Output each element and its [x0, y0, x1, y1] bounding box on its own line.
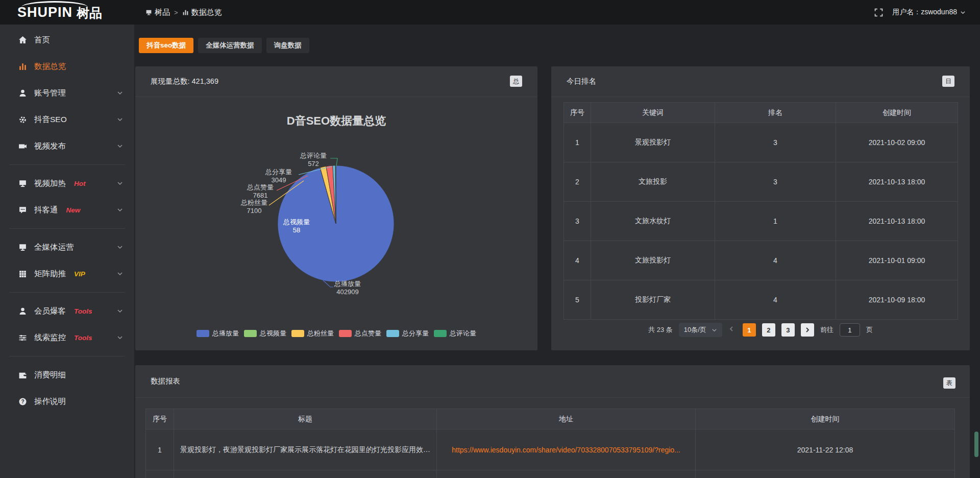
col-title: 标题	[174, 409, 437, 429]
table-row: 3文旅水纹灯12021-10-13 18:00	[564, 202, 958, 241]
sidebar-divider	[9, 228, 125, 229]
col-created: 创建时间	[836, 103, 958, 123]
chart-legend: 总播放量总视频量总粉丝量总点赞量总分享量总评论量	[135, 329, 537, 338]
logo-arc	[21, 1, 88, 7]
table-row: 1景观投影灯32021-10-02 09:00	[564, 123, 958, 162]
legend-label: 总评论量	[450, 329, 476, 338]
chevron-down-icon	[960, 10, 966, 15]
sidebar-item-sliders[interactable]: 线索监控Tools	[0, 324, 134, 351]
sidebar-item-video[interactable]: 视频发布	[0, 133, 134, 159]
chevron-left-icon	[728, 326, 734, 332]
fullscreen-icon[interactable]	[874, 8, 883, 17]
pie-chart	[135, 66, 537, 350]
legend-item-总点赞量[interactable]: 总点赞量	[339, 329, 381, 338]
tab-inquiry[interactable]: 询盘数据	[266, 38, 309, 53]
legend-item-总分享量[interactable]: 总分享量	[386, 329, 429, 338]
table-cell: https://www.iesdouyin.com/share/video/70…	[437, 429, 696, 470]
table-cell	[174, 470, 437, 478]
ranking-panel-header: 今日排名	[551, 66, 970, 97]
page-button-1[interactable]: 1	[743, 323, 756, 337]
page-button-2[interactable]: 2	[762, 323, 775, 337]
sidebar-item-badge: VIP	[74, 270, 85, 278]
sidebar-divider	[9, 292, 125, 293]
chat-icon	[18, 206, 27, 214]
chevron-down-icon	[117, 207, 123, 213]
grid-icon	[18, 270, 27, 278]
breadcrumb-item-home[interactable]: 树品	[145, 8, 170, 17]
pagination-total: 共 23 条	[648, 325, 673, 334]
sidebar-item-label: 矩阵助推	[34, 269, 66, 279]
page-button-3[interactable]: 3	[781, 323, 795, 337]
data-report-panel: 数据报表 表 序号 标题 地址 创建时间 1景观投影灯，夜游景观投影灯厂家展示展…	[135, 365, 970, 478]
bar-chart-icon	[182, 9, 189, 16]
next-page-button[interactable]	[801, 323, 814, 337]
table-cell: 5	[564, 280, 591, 320]
legend-swatch	[244, 330, 257, 337]
table-cell: 3	[715, 162, 836, 202]
report-table: 序号 标题 地址 创建时间 1景观投影灯，夜游景观投影灯厂家展示展示落花灯在花园…	[145, 409, 955, 478]
sidebar-item-grid[interactable]: 矩阵助推VIP	[0, 260, 134, 287]
scrollbar-thumb[interactable]	[974, 432, 978, 457]
sidebar-item-screen[interactable]: 视频加热Hot	[0, 170, 134, 197]
legend-item-总评论量[interactable]: 总评论量	[434, 329, 476, 338]
table-cell: 1	[715, 202, 836, 241]
legend-item-总播放量[interactable]: 总播放量	[197, 329, 239, 338]
pie-label-shares: 总分享量 3049	[255, 168, 302, 184]
home-icon	[18, 36, 27, 44]
legend-swatch	[291, 330, 304, 337]
col-index: 序号	[564, 103, 591, 123]
table-row: 5投影灯厂家42021-10-09 18:00	[564, 280, 958, 320]
sidebar-item-badge: Tools	[74, 307, 92, 315]
sidebar-item-help[interactable]: ?操作说明	[0, 388, 134, 415]
sidebar-item-wallet[interactable]: 消费明细	[0, 362, 134, 388]
day-badge-button[interactable]: 日	[942, 76, 954, 87]
logo-text-en: SHUPIN	[17, 6, 72, 19]
table-row	[146, 470, 955, 478]
person-icon	[18, 307, 27, 316]
page-size-select[interactable]: 10条/页	[679, 323, 722, 337]
table-cell: 1	[146, 429, 174, 470]
today-ranking-panel: 今日排名 日 序号 关键词 排名 创建时间 1景观投影灯32021-10-02 …	[551, 66, 970, 350]
sidebar-item-label: 数据总览	[34, 61, 66, 72]
chevron-down-icon	[712, 327, 717, 333]
legend-label: 总播放量	[212, 329, 239, 338]
video-link[interactable]: https://www.iesdouyin.com/share/video/70…	[452, 446, 680, 454]
table-cell: 1	[564, 123, 591, 162]
screen-icon	[18, 179, 27, 188]
table-cell	[696, 470, 955, 478]
pie-label-fans: 总粉丝量 7100	[231, 199, 278, 214]
sidebar-item-chat[interactable]: 抖客通New	[0, 197, 134, 223]
app-logo[interactable]: SHUPIN 树品	[17, 6, 102, 19]
breadcrumb: 树品 > 数据总览	[145, 8, 222, 17]
col-created: 创建时间	[696, 409, 955, 429]
prev-page-button[interactable]	[728, 326, 737, 334]
col-rank: 排名	[715, 103, 836, 123]
breadcrumb-item-current[interactable]: 数据总览	[182, 8, 222, 17]
sliders-icon	[18, 333, 27, 342]
legend-item-总粉丝量[interactable]: 总粉丝量	[291, 329, 334, 338]
table-row: 4文旅投影灯42021-10-01 09:00	[564, 241, 958, 280]
sidebar-item-person[interactable]: 会员爆客Tools	[0, 298, 134, 324]
sidebar-item-label: 线索监控	[34, 332, 66, 343]
legend-swatch	[197, 330, 209, 337]
tab-media-operation[interactable]: 全媒体运营数据	[198, 38, 262, 53]
chevron-down-icon	[117, 180, 123, 186]
sidebar-item-user[interactable]: 账号管理	[0, 80, 134, 106]
sidebar-item-monitor[interactable]: 全媒体运营	[0, 234, 134, 260]
legend-item-总视频量[interactable]: 总视频量	[244, 329, 286, 338]
sidebar-item-label: 视频发布	[34, 141, 66, 152]
table-cell: 景观投影灯，夜游景观投影灯厂家展示展示落花灯在花园里的灯光投影应用效果 #	[174, 429, 437, 470]
tab-douyin-seo[interactable]: 抖音seo数据	[139, 38, 193, 53]
chevron-down-icon	[117, 143, 123, 149]
user-menu[interactable]: 用户名：zswodun88	[892, 8, 966, 17]
table-cell: 4	[564, 241, 591, 280]
chevron-right-icon	[804, 327, 811, 333]
header-right: 用户名：zswodun88	[874, 8, 966, 17]
sidebar-item-gear[interactable]: 抖音SEO	[0, 106, 134, 133]
sidebar-item-home[interactable]: 首页	[0, 27, 134, 53]
goto-page-input[interactable]	[840, 323, 860, 337]
legend-swatch	[339, 330, 352, 337]
col-keyword: 关键词	[591, 103, 715, 123]
sidebar-item-bar-chart[interactable]: 数据总览	[0, 53, 134, 80]
table-badge-button[interactable]: 表	[943, 377, 955, 389]
